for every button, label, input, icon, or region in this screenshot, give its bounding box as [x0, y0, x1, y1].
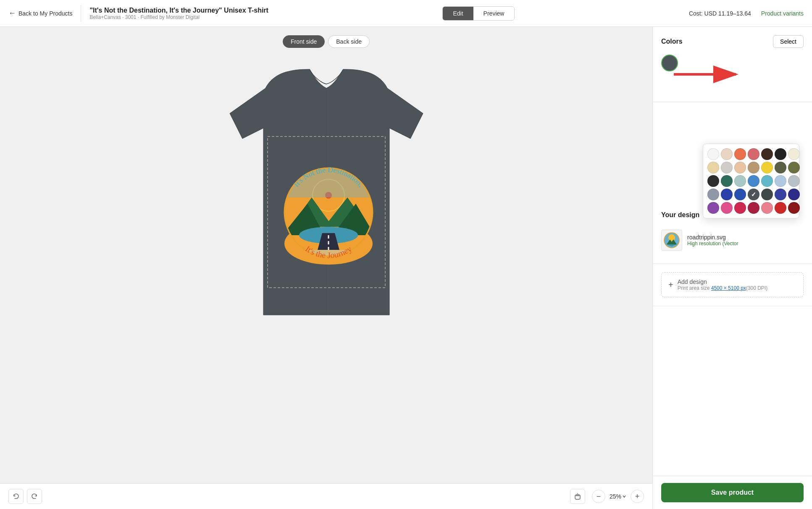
- color-swatch-27[interactable]: [788, 189, 800, 200]
- divider: [81, 5, 81, 22]
- product-variants-link[interactable]: Product variants: [761, 10, 804, 17]
- color-swatch-30[interactable]: [734, 202, 746, 214]
- tshirt-container: It's Not the Destination, It's the Journ…: [205, 55, 448, 340]
- tshirt-wrapper: It's Not the Destination, It's the Journ…: [205, 55, 448, 340]
- color-swatch-14[interactable]: [707, 175, 719, 187]
- add-design-title: Add design: [678, 278, 767, 285]
- toolbar-left: [8, 489, 42, 504]
- zoom-control: − 25% +: [592, 490, 644, 503]
- color-swatch-15[interactable]: [721, 175, 733, 187]
- select-button[interactable]: Select: [773, 35, 804, 48]
- red-arrow-icon: [674, 64, 741, 85]
- zoom-percentage: 25%: [610, 493, 621, 500]
- hand-icon: [574, 493, 581, 500]
- colors-section: Colors Select: [653, 27, 812, 102]
- undo-button[interactable]: [8, 489, 24, 504]
- preview-tab[interactable]: Preview: [473, 7, 515, 20]
- redo-button[interactable]: [27, 489, 42, 504]
- add-design-button[interactable]: + Add design Print area size 4500 × 5100…: [661, 272, 804, 297]
- color-swatch-6[interactable]: [788, 148, 800, 160]
- arrow-spacer: [661, 76, 804, 81]
- cost-label: Cost: USD 11.19–13.64: [689, 10, 751, 17]
- redo-icon: [31, 493, 38, 500]
- header-left: ← Back to My Products "It's Not the Dest…: [8, 5, 268, 22]
- edit-preview-tabs: Edit Preview: [442, 6, 515, 21]
- color-swatch-7[interactable]: [707, 162, 719, 173]
- plus-icon: +: [668, 280, 673, 290]
- color-swatch-4[interactable]: [761, 148, 773, 160]
- design-thumbnail: [661, 230, 682, 251]
- zoom-in-button[interactable]: +: [631, 490, 644, 503]
- design-item[interactable]: roadtrippin.svg High resolution (Vector: [661, 226, 804, 255]
- color-swatch-12[interactable]: [775, 162, 786, 173]
- product-subtitle: Bella+Canvas · 3001 · Fulfilled by Monst…: [89, 14, 268, 20]
- back-arrow-icon: ←: [8, 9, 16, 18]
- back-label: Back to My Products: [18, 10, 72, 17]
- print-area-prefix: Print area size: [678, 285, 711, 291]
- color-swatch-11[interactable]: [761, 162, 773, 173]
- svg-point-27: [668, 234, 675, 241]
- colors-header: Colors Select: [661, 35, 804, 48]
- print-area-link[interactable]: 4500 × 5100 px: [711, 285, 746, 291]
- minus-icon: −: [597, 492, 601, 501]
- product-title: "It's Not the Destination, It's the Jour…: [89, 7, 268, 14]
- color-swatch-20[interactable]: [788, 175, 800, 187]
- back-button[interactable]: ← Back to My Products: [8, 9, 72, 18]
- color-swatch-23[interactable]: [734, 189, 746, 200]
- color-swatch-21[interactable]: [707, 189, 719, 200]
- color-swatch-5[interactable]: [775, 148, 786, 160]
- zoom-out-button[interactable]: −: [592, 490, 605, 503]
- zoom-value-display[interactable]: 25%: [607, 493, 629, 500]
- add-design-subtitle: Print area size 4500 × 5100 px(300 DPI): [678, 285, 767, 291]
- color-swatch-3[interactable]: [748, 148, 759, 160]
- side-tabs: Front side Back side: [283, 35, 370, 48]
- your-design-title: Your design: [661, 211, 699, 219]
- product-info: "It's Not the Destination, It's the Jour…: [89, 7, 268, 20]
- color-swatch-32[interactable]: [761, 202, 773, 214]
- color-grid: ✓: [707, 148, 795, 214]
- color-swatch-25[interactable]: [761, 189, 773, 200]
- print-area-dpi: (300 DPI): [746, 285, 767, 291]
- canvas-area: Front side Back side: [0, 27, 652, 509]
- design-info: roadtrippin.svg High resolution (Vector: [687, 234, 738, 247]
- back-side-tab[interactable]: Back side: [328, 35, 370, 48]
- color-swatch-26[interactable]: [775, 189, 786, 200]
- header-right: Cost: USD 11.19–13.64 Product variants: [689, 10, 804, 17]
- color-swatch-31[interactable]: [748, 202, 759, 214]
- tshirt-svg: It's Not the Destination, It's the Journ…: [205, 55, 448, 340]
- color-picker-popup: ✓: [703, 144, 799, 218]
- save-product-button[interactable]: Save product: [661, 483, 804, 502]
- save-bar: Save product: [653, 476, 812, 509]
- red-arrow-container: [674, 64, 741, 85]
- color-swatch-28[interactable]: [707, 202, 719, 214]
- color-swatch-34[interactable]: [788, 202, 800, 214]
- design-filename: roadtrippin.svg: [687, 234, 738, 241]
- color-swatch-2[interactable]: [734, 148, 746, 160]
- design-quality: High resolution (Vector: [687, 241, 738, 247]
- drag-mode-button[interactable]: [570, 489, 585, 504]
- color-swatch-29[interactable]: [721, 202, 733, 214]
- color-swatch-10[interactable]: [748, 162, 759, 173]
- color-swatch-24[interactable]: ✓: [748, 189, 759, 200]
- color-swatch-8[interactable]: [721, 162, 733, 173]
- bottom-toolbar: − 25% +: [0, 483, 652, 509]
- color-swatch-33[interactable]: [775, 202, 786, 214]
- color-swatch-13[interactable]: [788, 162, 800, 173]
- color-swatch-22[interactable]: [721, 189, 733, 200]
- edit-tab[interactable]: Edit: [443, 7, 473, 20]
- main-content: Front side Back side: [0, 27, 812, 509]
- color-swatch-16[interactable]: [734, 175, 746, 187]
- add-design-section: + Add design Print area size 4500 × 5100…: [653, 264, 812, 306]
- chevron-down-icon: [622, 494, 626, 499]
- color-swatch-0[interactable]: [707, 148, 719, 160]
- color-swatch-9[interactable]: [734, 162, 746, 173]
- front-side-tab[interactable]: Front side: [283, 35, 325, 48]
- colors-title: Colors: [661, 38, 683, 45]
- add-design-info: Add design Print area size 4500 × 5100 p…: [678, 278, 767, 291]
- color-swatch-17[interactable]: [748, 175, 759, 187]
- color-swatch-1[interactable]: [721, 148, 733, 160]
- color-swatch-19[interactable]: [775, 175, 786, 187]
- color-swatch-18[interactable]: [761, 175, 773, 187]
- undo-icon: [13, 493, 19, 500]
- plus-icon: +: [635, 492, 640, 501]
